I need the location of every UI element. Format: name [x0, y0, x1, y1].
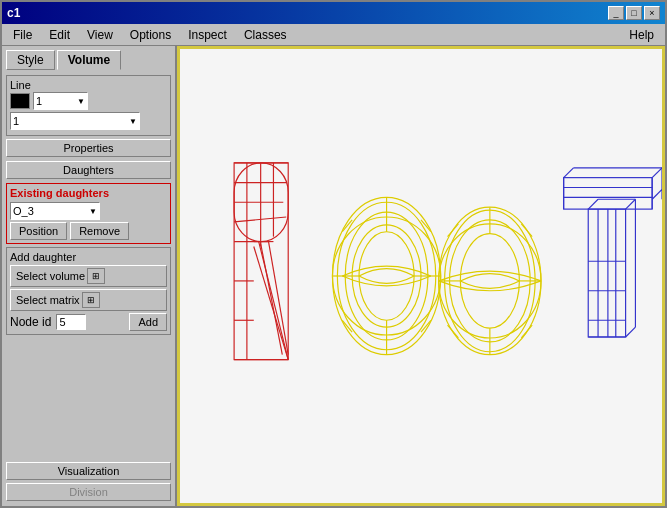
svg-line-2	[259, 242, 289, 360]
node-id-label: Node id	[10, 315, 51, 329]
svg-line-58	[626, 327, 636, 337]
menu-file[interactable]: File	[7, 26, 38, 44]
select-volume-icon: ⊞	[87, 268, 105, 284]
svg-line-51	[652, 189, 662, 199]
add-daughter-section: Add daughter Select volume ⊞ Select matr…	[6, 247, 171, 335]
root-visualization	[180, 49, 662, 503]
remove-button[interactable]: Remove	[70, 222, 129, 240]
line-width-dropdown[interactable]: 1 ▼	[33, 92, 88, 110]
node-id-input[interactable]	[56, 314, 86, 330]
content-area: Style Volume Line 1 ▼ 1 ▼	[2, 46, 665, 506]
title-bar-buttons: _ □ ×	[608, 6, 660, 20]
bottom-buttons: Visualization Division	[6, 462, 171, 502]
svg-rect-45	[564, 178, 653, 209]
close-button[interactable]: ×	[644, 6, 660, 20]
window-title: c1	[7, 6, 20, 20]
position-button[interactable]: Position	[10, 222, 67, 240]
svg-point-33	[460, 234, 519, 328]
line-label: Line	[10, 79, 167, 91]
select-volume-button[interactable]: Select volume ⊞	[10, 265, 167, 287]
menu-view[interactable]: View	[81, 26, 119, 44]
select-matrix-icon: ⊞	[82, 292, 100, 308]
svg-line-14	[254, 246, 288, 359]
svg-line-41	[448, 224, 459, 237]
svg-point-27	[352, 225, 421, 327]
svg-line-54	[588, 199, 598, 209]
canvas-inner	[180, 49, 662, 503]
existing-daughters-label: Existing daughters	[10, 187, 167, 199]
division-button[interactable]: Division	[6, 483, 171, 501]
title-bar: c1 _ □ ×	[2, 2, 665, 24]
menu-options[interactable]: Options	[124, 26, 177, 44]
main-window: c1 _ □ × File Edit View Options Inspect …	[0, 0, 667, 508]
svg-line-55	[626, 199, 636, 209]
tab-volume[interactable]: Volume	[57, 50, 121, 70]
maximize-button[interactable]: □	[626, 6, 642, 20]
existing-daughters-dropdown[interactable]: O_3 ▼	[10, 202, 100, 220]
properties-button[interactable]: Properties	[6, 139, 171, 157]
select-matrix-button[interactable]: Select matrix ⊞	[10, 289, 167, 311]
daughters-button[interactable]: Daughters	[6, 161, 171, 179]
svg-line-48	[652, 168, 662, 178]
svg-line-42	[521, 224, 532, 237]
svg-line-47	[564, 168, 574, 178]
menu-inspect[interactable]: Inspect	[182, 26, 233, 44]
menu-help[interactable]: Help	[623, 26, 660, 44]
menu-edit[interactable]: Edit	[43, 26, 76, 44]
line-section: Line 1 ▼ 1 ▼	[6, 75, 171, 136]
add-daughter-label: Add daughter	[10, 251, 167, 263]
svg-point-19	[359, 232, 414, 321]
existing-daughters-section: Existing daughters O_3 ▼ Position Remove	[6, 183, 171, 244]
menu-classes[interactable]: Classes	[238, 26, 293, 44]
menu-bar: File Edit View Options Inspect Classes H…	[2, 24, 665, 46]
left-panel: Style Volume Line 1 ▼ 1 ▼	[2, 46, 177, 506]
svg-line-43	[448, 325, 459, 338]
canvas-area	[177, 46, 665, 506]
visualization-button[interactable]: Visualization	[6, 462, 171, 480]
node-id-row: Node id Add	[10, 313, 167, 331]
svg-rect-46	[588, 209, 625, 337]
tab-style[interactable]: Style	[6, 50, 55, 70]
tab-bar: Style Volume	[6, 50, 171, 70]
line-style-dropdown[interactable]: 1 ▼	[10, 112, 140, 130]
color-swatch[interactable]	[10, 93, 30, 109]
svg-line-44	[521, 325, 532, 338]
minimize-button[interactable]: _	[608, 6, 624, 20]
add-button[interactable]: Add	[129, 313, 167, 331]
